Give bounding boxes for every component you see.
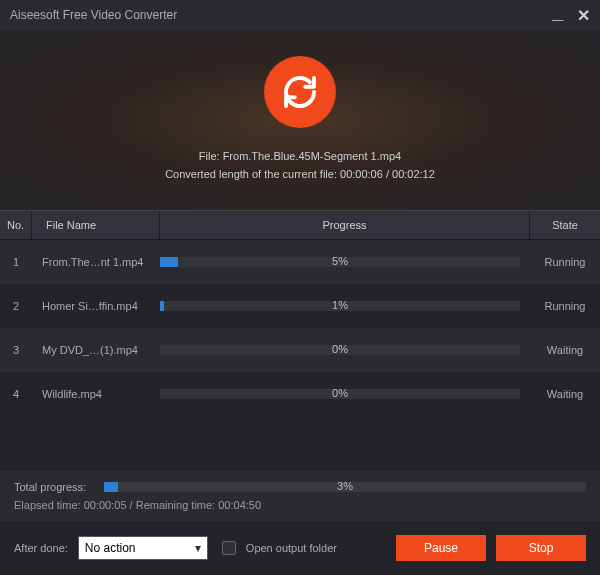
titlebar[interactable]: Aiseesoft Free Video Converter _ ✕ [0,0,600,30]
after-done-select[interactable]: No action [78,536,208,560]
progress-percent: 1% [332,299,348,311]
after-done-label: After done: [14,542,68,554]
cell-state: Running [530,300,600,312]
table-body: 1From.The…nt 1.mp45%Running2Homer Si…ffi… [0,240,600,416]
cell-state: Waiting [530,388,600,400]
total-progress-bar: 3% [104,482,586,492]
col-header-state: State [530,211,600,239]
app-title: Aiseesoft Free Video Converter [10,8,552,22]
cell-progress: 5% [160,257,530,267]
current-file-info: File: From.The.Blue.45M-Segment 1.mp4 Co… [165,148,435,183]
pause-button[interactable]: Pause [396,535,486,561]
total-progress-row: Total progress: 3% [14,481,586,493]
hero-panel: File: From.The.Blue.45M-Segment 1.mp4 Co… [0,30,600,210]
cell-no: 3 [0,344,32,356]
minimize-button[interactable]: _ [552,0,563,23]
after-done-value: No action [85,541,136,555]
current-file-name: File: From.The.Blue.45M-Segment 1.mp4 [165,148,435,166]
table-row[interactable]: 2Homer Si…ffin.mp41%Running [0,284,600,328]
table-row[interactable]: 4Wildlife.mp40%Waiting [0,372,600,416]
file-table: No. File Name Progress State 1From.The…n… [0,210,600,471]
window-controls: _ ✕ [552,4,590,27]
cell-no: 4 [0,388,32,400]
progress-percent: 0% [332,343,348,355]
close-button[interactable]: ✕ [577,6,590,25]
cell-progress: 0% [160,389,530,399]
stop-button[interactable]: Stop [496,535,586,561]
elapsed-remaining-time: Elapsed time: 00:00:05 / Remaining time:… [14,499,586,511]
progress-bar: 5% [160,257,520,267]
col-header-no: No. [0,211,32,239]
cell-progress: 1% [160,301,530,311]
total-progress-percent: 3% [337,480,353,492]
table-row[interactable]: 3My DVD_…(1).mp40%Waiting [0,328,600,372]
summary-panel: Total progress: 3% Elapsed time: 00:00:0… [0,471,600,521]
cell-filename: Wildlife.mp4 [32,388,160,400]
cell-filename: From.The…nt 1.mp4 [32,256,160,268]
total-progress-fill [104,482,118,492]
progress-percent: 0% [332,387,348,399]
total-progress-label: Total progress: [14,481,104,493]
cell-filename: My DVD_…(1).mp4 [32,344,160,356]
cell-filename: Homer Si…ffin.mp4 [32,300,160,312]
progress-percent: 5% [332,255,348,267]
table-row[interactable]: 1From.The…nt 1.mp45%Running [0,240,600,284]
open-output-folder-label: Open output folder [246,542,337,554]
cell-state: Waiting [530,344,600,356]
open-output-folder-checkbox[interactable] [222,541,236,555]
col-header-name: File Name [32,211,160,239]
progress-bar: 0% [160,345,520,355]
cell-progress: 0% [160,345,530,355]
table-header: No. File Name Progress State [0,210,600,240]
cell-no: 1 [0,256,32,268]
progress-bar: 1% [160,301,520,311]
current-file-progress-text: Converted length of the current file: 00… [165,166,435,184]
app-window: Aiseesoft Free Video Converter _ ✕ File:… [0,0,600,575]
cell-no: 2 [0,300,32,312]
convert-spinner-icon [264,56,336,128]
progress-fill [160,257,178,267]
footer-bar: After done: No action Open output folder… [0,521,600,575]
cell-state: Running [530,256,600,268]
progress-bar: 0% [160,389,520,399]
col-header-progress: Progress [160,211,530,239]
progress-fill [160,301,164,311]
